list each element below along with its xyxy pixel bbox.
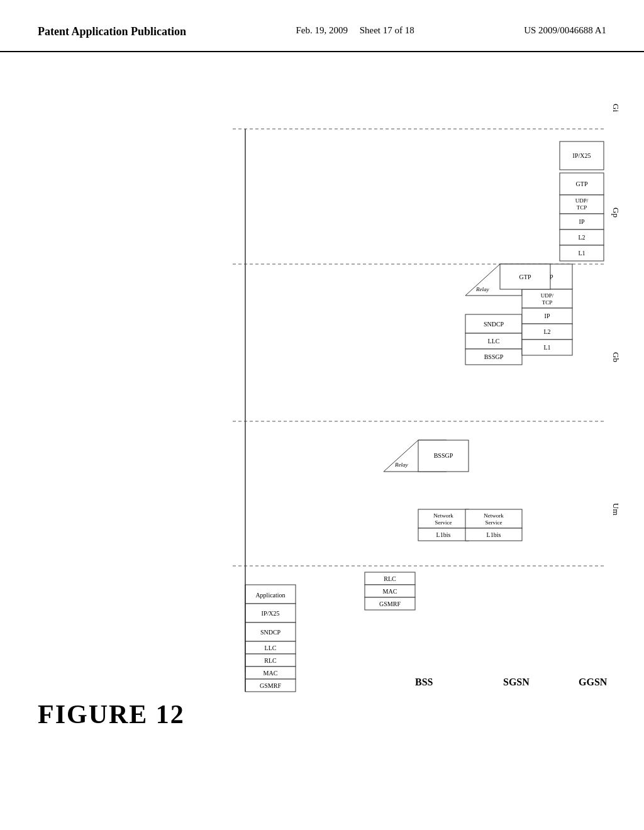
gi-label: Gi [611, 104, 621, 112]
bss-rlc-label: RLC [384, 575, 396, 582]
ggsn-udp-tcp-label: UDP/ [575, 197, 589, 204]
bss-network-service-label2: Service [435, 519, 452, 526]
header-date-sheet: Feb. 19, 2009 Sheet 17 of 18 [296, 25, 414, 36]
sgsn-udp-tcp-label2: TCP [542, 299, 553, 306]
bss-network-service-label: Network [433, 512, 453, 519]
ms-ip-x25-label: IP/X25 [262, 610, 280, 617]
ms-sndcp-label: SNDCP [260, 629, 281, 636]
header-patent-number: US 2009/0046688 A1 [524, 25, 606, 36]
bss-l1bis-label: L1bis [436, 531, 451, 538]
ggsn-ip-label: IP [579, 218, 585, 225]
sgsn-bssgp-label: BSSGP [484, 353, 504, 360]
ms-gsmrf-label: GSMRF [260, 682, 281, 689]
ggsn-l1-label: L1 [578, 250, 585, 257]
gb-label: Gb [611, 352, 621, 362]
sgsn-llc-label: LLC [488, 338, 500, 345]
gp-label: Gp [611, 208, 621, 218]
sgsn-ip-label: IP [545, 313, 550, 319]
header-sheet: Sheet 17 of 18 [360, 25, 414, 35]
figure-label: FIGURE 12 [38, 699, 185, 729]
ms-llc-label: LLC [265, 645, 277, 651]
ms-rlc-label: RLC [264, 657, 277, 664]
ggsn-gtp-label: GTP [576, 180, 588, 187]
bss-relay-label: Relay [394, 462, 408, 468]
page-header: Patent Application Publication Feb. 19, … [0, 0, 644, 52]
bss-bssgp-label: BSSGP [434, 452, 453, 459]
sgsn-l1-label: L1 [543, 344, 550, 351]
bss-node-label: BSS [415, 677, 433, 687]
ggsn-l2-label: L2 [578, 234, 585, 241]
header-publication-type: Patent Application Publication [38, 25, 186, 38]
sgsn-gtp-top-label: GTP [519, 274, 531, 280]
protocol-stack-diagram: Gi Gp Gb Um MS BSS SGSN GGSN Application… [170, 69, 629, 761]
sgsn-network-service-label: Network [484, 512, 504, 519]
ggsn-udp-tcp-label2: TCP [577, 204, 587, 211]
ms-mac-label: MAC [264, 670, 278, 677]
ggsn-ip-x25-label: IP/X25 [573, 152, 591, 159]
sgsn-sndcp-label: SNDCP [484, 321, 504, 328]
ms-application-label: Application [255, 592, 285, 599]
header-date: Feb. 19, 2009 [296, 25, 348, 35]
bss-gsmrf-label: GSMRF [379, 600, 401, 607]
sgsn-relay-label: Relay [475, 286, 489, 292]
um-label: Um [611, 503, 621, 516]
sgsn-node-label: SGSN [503, 677, 530, 687]
sgsn-l2-label: L2 [543, 328, 550, 335]
sgsn-network-service-label2: Service [486, 519, 502, 526]
ggsn-node-label: GGSN [579, 677, 608, 687]
sgsn-l1bis-label: L1bis [487, 531, 501, 538]
sgsn-udp-tcp-label: UDP/ [541, 292, 554, 299]
bss-mac-label: MAC [383, 588, 397, 595]
